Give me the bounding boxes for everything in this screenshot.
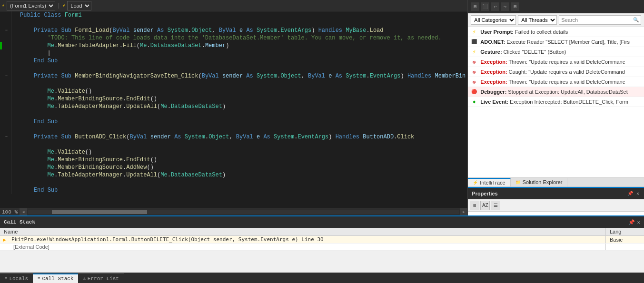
prop-btn-sort[interactable]: AZ	[480, 201, 490, 210]
table-row[interactable]: [External Code]	[0, 244, 644, 251]
tab-locals[interactable]: ≡ Locals	[0, 273, 33, 283]
nav-prev-btn[interactable]: ⬛	[481, 2, 489, 11]
fold-btn	[11, 164, 18, 171]
code-line	[0, 65, 467, 72]
tab-error-list[interactable]: ⚠ Error List	[78, 273, 123, 283]
gesture-icon: ⚡	[471, 49, 477, 55]
solution-explorer-tab-label: Solution Explorer	[523, 179, 563, 185]
search-input[interactable]	[561, 17, 633, 23]
call-stack-tab-label: Call Stack	[42, 276, 73, 282]
cs-col-name: Name	[0, 228, 606, 235]
code-area[interactable]: Public Class Form1 − Private Sub Form1_L…	[0, 11, 467, 208]
threads-filter[interactable]: All Threads	[518, 15, 557, 25]
list-item[interactable]: ◆ Live Event: Exception Intercepted: But…	[468, 97, 644, 107]
code-content: End Sub	[18, 57, 467, 65]
code-line: Me.MemberBindingSource.EndEdit()	[0, 156, 467, 164]
code-gutter	[2, 171, 11, 179]
fold-btn[interactable]	[11, 133, 18, 141]
tab-solution-explorer[interactable]: 📁 Solution Explorer	[511, 178, 568, 186]
category-filter[interactable]: All Categories	[471, 15, 516, 25]
code-line: End Sub	[0, 118, 467, 126]
list-item[interactable]: ⚡ User Prompt: Failed to collect details	[468, 27, 644, 37]
fold-btn[interactable]	[11, 72, 18, 80]
fold-btn[interactable]	[11, 11, 18, 19]
code-gutter	[2, 186, 11, 194]
close-icon[interactable]: ✕	[637, 219, 640, 225]
close-icon[interactable]: ✕	[635, 190, 640, 197]
tab-intellitrace[interactable]: ⚡ IntelliTrace	[468, 178, 510, 186]
scroll-thumb[interactable]	[52, 210, 147, 214]
prop-btn-1[interactable]: ⊞	[470, 201, 479, 210]
code-line: Public Class Form1	[0, 11, 467, 19]
method-dropdown[interactable]: Load	[67, 1, 91, 10]
code-line: |	[0, 49, 467, 57]
code-line	[0, 179, 467, 186]
code-line: Me.Validate()	[0, 88, 467, 95]
lightning-icon: ⚡	[2, 3, 5, 9]
prop-btn-list[interactable]: ☰	[491, 201, 500, 210]
nav-next-btn[interactable]: ↩	[491, 2, 499, 11]
event-dropdown[interactable]: (Form1 Events)	[7, 1, 55, 10]
code-line: Me.MemberTableAdapter.Fill(Me.DatabaseDa…	[0, 42, 467, 49]
code-line: − Private Sub MemberBindingNavigatorSave…	[0, 72, 467, 80]
nav-first-btn[interactable]: ⊞	[471, 2, 479, 11]
scroll-left-btn[interactable]: ◂	[20, 208, 27, 216]
call-stack-header-icons: 📌 ✕	[628, 219, 640, 225]
code-content: Me.MemberBindingSource.EndEdit()	[18, 95, 467, 103]
properties-title: Properties	[472, 191, 497, 196]
user-prompt-icon: ⚡	[471, 29, 477, 35]
code-content: Me.Validate()	[18, 148, 467, 156]
code-gutter: −	[2, 133, 11, 141]
fold-btn	[11, 126, 18, 133]
properties-header: Properties 📌 ✕	[468, 188, 644, 199]
fold-btn	[11, 34, 18, 42]
search-box[interactable]: 🔍	[559, 15, 641, 25]
fold-btn	[11, 57, 18, 65]
horizontal-scrollbar[interactable]: 100 % ◂ ▸	[0, 208, 467, 215]
list-item[interactable]: ⬛ ADO.NET: Execute Reader "SELECT [Membe…	[468, 37, 644, 47]
fold-btn	[11, 80, 18, 88]
solution-explorer-tab-icon: 📁	[515, 180, 521, 185]
nav-last-btn[interactable]: ↪	[501, 2, 509, 11]
call-stack-header: Call Stack 📌 ✕	[0, 216, 644, 228]
code-content: Me.Validate()	[18, 88, 467, 95]
list-item[interactable]: ⊗ Exception: Caught: "Update requires a …	[468, 67, 644, 77]
cs-cell-lang: Basic	[606, 236, 644, 243]
top-area: ⚡ (Form1 Events) | ⚡ Load Public Class F…	[0, 0, 644, 215]
event-text: Gesture: Clicked "DELETE" (Button)	[480, 48, 641, 56]
code-content: End Sub	[18, 186, 467, 194]
filter-bar: All Categories All Threads 🔍	[468, 13, 644, 27]
fold-btn[interactable]	[11, 27, 18, 34]
pin-icon[interactable]: 📌	[628, 219, 635, 225]
code-gutter	[2, 95, 11, 103]
toolbar-sep: |	[57, 2, 60, 9]
properties-content	[468, 212, 644, 215]
scroll-track[interactable]	[28, 210, 459, 214]
zoom-label: 100 %	[0, 209, 20, 215]
active-arrow: ►	[0, 237, 8, 243]
list-item[interactable]: ⊗ Exception: Thrown: "Update requires a …	[468, 57, 644, 67]
code-gutter	[2, 65, 11, 72]
code-line: − Private Sub ButtonADD_Click(ByVal send…	[0, 133, 467, 141]
live-event-icon: ◆	[471, 98, 477, 105]
fold-btn	[11, 118, 18, 126]
list-item[interactable]: ⚡ Gesture: Clicked "DELETE" (Button)	[468, 47, 644, 57]
list-item[interactable]: 🔴 Debugger: Stopped at Exception: Update…	[468, 87, 644, 97]
code-gutter	[2, 88, 11, 95]
list-item[interactable]: ⊗ Exception: Thrown: "Update requires a …	[468, 77, 644, 87]
fold-btn	[11, 110, 18, 118]
fold-btn	[11, 49, 18, 57]
code-line: Me.MemberBindingSource.EndEdit()	[0, 95, 467, 103]
tab-call-stack[interactable]: ≡ Call Stack	[33, 273, 78, 283]
nav-end-btn[interactable]: ⊞	[511, 2, 519, 11]
scroll-right-btn[interactable]: ▸	[460, 208, 467, 216]
fold-btn	[11, 42, 18, 49]
fold-btn	[11, 141, 18, 148]
code-gutter	[2, 164, 11, 171]
error-list-tab-icon: ⚠	[83, 276, 85, 281]
code-line	[0, 80, 467, 88]
code-line	[0, 126, 467, 133]
event-list[interactable]: ⚡ User Prompt: Failed to collect details…	[468, 27, 644, 177]
table-row[interactable]: ► PkitPro.exe!WindowsApplication1.Form1.…	[0, 236, 644, 244]
pin-icon[interactable]: 📌	[626, 190, 634, 197]
